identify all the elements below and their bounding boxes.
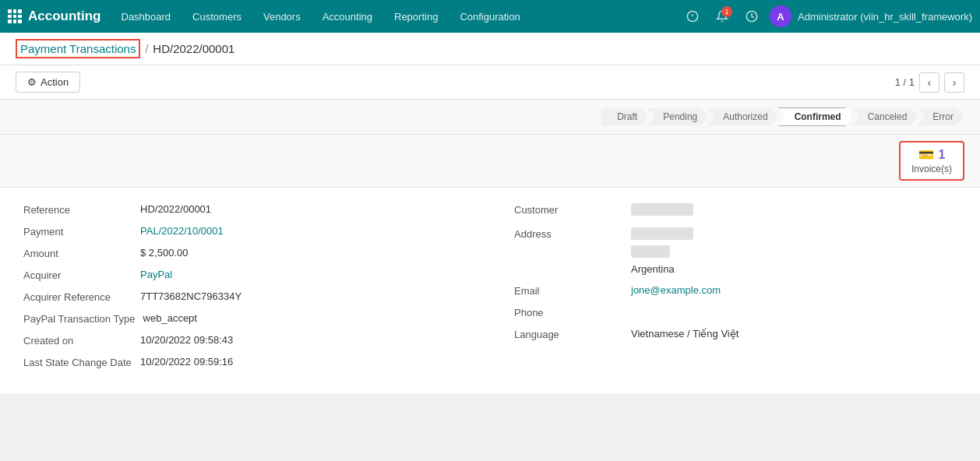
reference-label: Reference [23, 203, 132, 216]
invoice-label: Invoice(s) [911, 164, 952, 174]
form-grid: Reference HD/2022/00001 Payment PAL/2022… [23, 203, 957, 378]
reference-field-row: Reference HD/2022/00001 [23, 203, 474, 216]
address-label: Address [514, 227, 623, 240]
form-right: Customer Address Argentina Em [490, 203, 957, 378]
breadcrumb-current: HD/2022/00001 [153, 42, 234, 55]
last-state-value: 10/20/2022 09:59:16 [140, 356, 233, 368]
clock-icon-button[interactable] [740, 5, 763, 28]
address-blurred-line2 [631, 245, 670, 258]
payment-label: Payment [23, 225, 132, 238]
nav-item-configuration[interactable]: Configuration [450, 8, 529, 26]
status-canceled[interactable]: Canceled [852, 108, 918, 125]
phone-field-row: Phone [514, 306, 941, 318]
acquirer-ref-value: 7TT73682NC796334Y [140, 290, 241, 302]
last-state-field-row: Last State Change Date 10/20/2022 09:59:… [23, 356, 474, 368]
status-pending[interactable]: Pending [647, 108, 708, 125]
last-state-label: Last State Change Date [23, 356, 132, 368]
top-navigation: Accounting Dashboard Customers Vendors A… [0, 0, 980, 33]
nav-right-section: 1 A Administrator (viin_hr_skill_framewo… [681, 5, 972, 28]
customer-blurred [631, 203, 693, 216]
invoice-smart-button[interactable]: 💳 1 Invoice(s) [899, 141, 964, 181]
breadcrumb-separator: / [145, 43, 148, 55]
transaction-type-field-row: PayPal Transaction Type web_accept [23, 312, 474, 325]
acquirer-ref-label: Acquirer Reference [23, 290, 132, 303]
amount-value: $ 2,500.00 [140, 247, 188, 259]
gear-icon: ⚙ [27, 76, 37, 88]
acquirer-label: Acquirer [23, 269, 132, 281]
invoice-icon: 💳 [918, 147, 934, 162]
nav-item-accounting[interactable]: Accounting [313, 8, 382, 26]
amount-field-row: Amount $ 2,500.00 [23, 247, 474, 259]
status-authorized[interactable]: Authorized [707, 108, 778, 125]
transaction-type-value: web_accept [143, 312, 197, 324]
action-button[interactable]: ⚙ Action [16, 72, 80, 93]
nav-item-dashboard[interactable]: Dashboard [112, 8, 181, 26]
email-value[interactable]: jone@example.com [631, 284, 721, 296]
avatar[interactable]: A [770, 5, 791, 27]
phone-label: Phone [514, 306, 623, 318]
acquirer-ref-field-row: Acquirer Reference 7TT73682NC796334Y [23, 290, 474, 303]
reference-value: HD/2022/00001 [140, 203, 211, 215]
payment-field-row: Payment PAL/2022/10/0001 [23, 225, 474, 238]
user-label: Administrator (viin_hr_skill_framework) [798, 11, 972, 23]
app-brand[interactable]: Accounting [8, 9, 101, 24]
status-confirmed[interactable]: Confirmed [778, 107, 853, 126]
customer-label: Customer [514, 203, 623, 216]
amount-label: Amount [23, 247, 132, 259]
prev-button[interactable]: ‹ [919, 72, 939, 93]
created-on-value: 10/20/2022 09:58:43 [140, 334, 233, 346]
language-field-row: Language Vietnamese / Tiếng Việt [514, 328, 941, 340]
status-error[interactable]: Error [917, 108, 964, 125]
toolbar-right: 1 / 1 ‹ › [895, 72, 964, 93]
toolbar-left: ⚙ Action [16, 72, 80, 93]
language-label: Language [514, 328, 623, 340]
invoice-button-top: 💳 1 [918, 147, 946, 162]
toolbar: ⚙ Action 1 / 1 ‹ › [0, 65, 980, 100]
address-value: Argentina [631, 227, 693, 275]
acquirer-value[interactable]: PayPal [140, 269, 172, 280]
bug-icon-button[interactable] [681, 5, 704, 28]
email-label: Email [514, 284, 623, 297]
next-button[interactable]: › [944, 72, 964, 93]
address-field-row: Address Argentina [514, 227, 941, 275]
app-name: Accounting [28, 9, 101, 24]
address-blurred-line1 [631, 227, 693, 240]
main-content: Reference HD/2022/00001 Payment PAL/2022… [0, 188, 980, 393]
notification-button[interactable]: 1 [710, 5, 734, 28]
language-value: Vietnamese / Tiếng Việt [631, 328, 739, 340]
form-left: Reference HD/2022/00001 Payment PAL/2022… [23, 203, 490, 378]
notification-badge: 1 [721, 6, 732, 17]
transaction-type-label: PayPal Transaction Type [23, 312, 136, 325]
smart-button-area: 💳 1 Invoice(s) [0, 135, 980, 188]
invoice-count: 1 [939, 148, 946, 162]
nav-item-reporting[interactable]: Reporting [385, 8, 447, 26]
payment-value[interactable]: PAL/2022/10/0001 [140, 225, 224, 237]
customer-field-row: Customer [514, 203, 941, 218]
status-draft[interactable]: Draft [601, 108, 648, 125]
nav-item-vendors[interactable]: Vendors [254, 8, 310, 26]
email-field-row: Email jone@example.com [514, 284, 941, 297]
created-on-label: Created on [23, 334, 132, 347]
breadcrumb: Payment Transactions / HD/2022/00001 [0, 33, 980, 65]
country-value: Argentina [631, 263, 693, 275]
pagination-label: 1 / 1 [895, 76, 915, 88]
created-on-field-row: Created on 10/20/2022 09:58:43 [23, 334, 474, 347]
status-bar: Draft Pending Authorized Confirmed Cance… [0, 100, 980, 135]
breadcrumb-parent[interactable]: Payment Transactions [16, 39, 140, 58]
customer-value [631, 203, 693, 218]
acquirer-field-row: Acquirer PayPal [23, 269, 474, 281]
grid-icon [8, 9, 22, 23]
nav-item-customers[interactable]: Customers [183, 8, 251, 26]
